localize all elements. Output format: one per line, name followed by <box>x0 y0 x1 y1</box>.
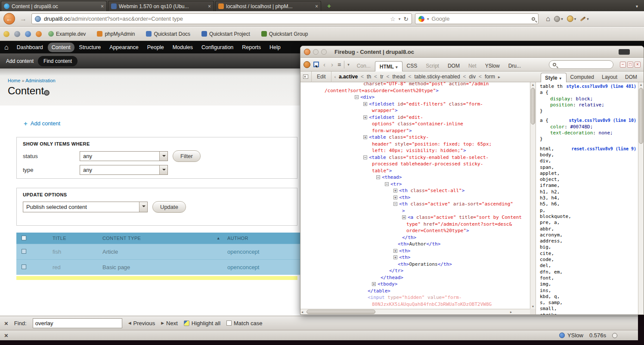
scroll-up-icon[interactable]: ▴ <box>530 83 536 87</box>
toolbar-item-help[interactable]: Help <box>266 43 285 52</box>
side-tab-dom[interactable]: DOM <box>621 72 641 82</box>
type-select[interactable]: any <box>80 165 168 175</box>
highlight-all-button[interactable]: Highlight all <box>184 320 220 326</box>
forward-button[interactable]: → <box>18 15 28 23</box>
crumb-scroll-right-icon[interactable]: ▸ <box>498 75 500 79</box>
code-line[interactable]: type" href="/admin/content?sort=desc& <box>307 221 530 228</box>
bookmark-item[interactable]: phpMyAdmin <box>95 30 136 38</box>
list-all-tabs-icon[interactable]: ▾ <box>636 4 638 9</box>
scroll-left-icon[interactable]: ◂ <box>301 310 303 314</box>
expand-icon[interactable]: + <box>363 135 367 139</box>
css-selector[interactable]: abbr, <box>540 226 636 232</box>
scrollbar-thumb[interactable] <box>639 88 643 144</box>
code-line[interactable]: </table> <box>307 288 530 295</box>
find-next-button[interactable]: ▶Next <box>161 320 178 326</box>
css-selector[interactable]: span, <box>540 165 636 171</box>
css-selector[interactable]: small, <box>540 306 636 312</box>
header-author[interactable]: AUTHOR <box>224 236 300 241</box>
expand-icon[interactable]: + <box>372 282 376 286</box>
scroll-right-icon[interactable]: ▸ <box>510 310 512 314</box>
scrollbar-thumb[interactable] <box>531 88 535 124</box>
code-line[interactable]: <input type="hidden" value="form- <box>307 294 530 301</box>
update-button[interactable]: Update <box>152 201 186 213</box>
row-checkbox[interactable] <box>22 249 26 254</box>
firebug-close-icon[interactable]: × <box>635 62 641 68</box>
cell-author-link[interactable]: openconcept <box>224 264 300 270</box>
bookmark-star-icon[interactable]: ☆ <box>390 16 396 22</box>
expand-icon[interactable]: + <box>363 115 367 119</box>
css-property[interactable]: text-decoration: none; <box>540 130 636 136</box>
expand-icon[interactable]: + <box>393 189 397 193</box>
find-previous-button[interactable]: ◀Previous <box>128 320 155 326</box>
expand-icon[interactable]: + <box>402 215 406 219</box>
table-row[interactable]: red Basic page openconcept <box>16 259 300 275</box>
css-selector[interactable]: h5, h6, <box>540 201 636 207</box>
search-engine-dropdown-icon[interactable]: ▾ <box>427 17 429 21</box>
collapse-icon[interactable]: − <box>376 175 380 179</box>
css-selector[interactable]: code, <box>540 257 636 263</box>
css-selector[interactable]: del, <box>540 263 636 269</box>
tab-close-icon[interactable]: × <box>315 3 318 9</box>
css-selector[interactable]: h1, h2, <box>540 189 636 195</box>
addon-yellow-icon[interactable] <box>3 31 9 37</box>
code-line[interactable]: −<th class="active" aria-sort="ascending… <box>307 201 530 208</box>
home-icon[interactable]: ⌂ <box>546 15 550 23</box>
code-line[interactable]: </th> <box>307 234 530 241</box>
firebug-tab-css[interactable]: CSS <box>402 61 422 71</box>
code-line[interactable]: +<table class="sticky- <box>307 134 530 141</box>
new-tab-button[interactable]: + <box>325 2 333 10</box>
greasemonkey-icon[interactable] <box>567 16 573 22</box>
css-file-link[interactable]: reset.css?luv8v9 (line 9) <box>571 146 636 152</box>
toolbar-item-people[interactable]: People <box>143 43 168 52</box>
firebug-tab-net[interactable]: Net <box>464 61 481 71</box>
greasemonkey-caret-icon[interactable]: ▾ <box>574 17 576 21</box>
url-bar[interactable]: drupal8.oc/admin/content?sort=asc&order=… <box>31 13 412 24</box>
expand-icon[interactable]: + <box>393 249 397 253</box>
code-line[interactable]: table"> <box>307 168 530 174</box>
css-selector[interactable]: blockquote, <box>540 214 636 220</box>
code-line[interactable]: header" style="position: fixed; top: 65p… <box>307 141 530 148</box>
code-line[interactable]: +<fieldset id="edit-filters" class="form… <box>307 101 530 108</box>
toolbar-item-appearance[interactable]: Appearance <box>105 43 142 52</box>
code-line[interactable]: > <box>307 208 530 214</box>
css-property[interactable]: display: block; <box>540 96 636 102</box>
code-line[interactable]: +<th> <box>307 194 530 201</box>
css-selector[interactable]: pre, a, <box>540 220 636 226</box>
bookmark-item[interactable]: Example.dev <box>46 30 87 38</box>
globe-icon[interactable] <box>25 31 31 37</box>
code-line[interactable]: /content?sort=asc&order=Content%20type"> <box>307 87 530 94</box>
html-horizontal-scrollbar[interactable]: ◂ ▸ <box>300 309 530 314</box>
code-line[interactable]: <th>Operations</th> <box>307 261 530 268</box>
toolbar-item-configuration[interactable]: Configuration <box>198 43 237 52</box>
firebug-tab-dru[interactable]: Dru... <box>504 61 525 71</box>
panel-menu-icon[interactable]: ≡ <box>337 61 341 68</box>
path-item[interactable]: div <box>469 74 476 80</box>
sort-ascending-icon[interactable]: ▲ <box>217 236 220 240</box>
update-select[interactable]: Publish selected content <box>23 202 148 212</box>
css-selector[interactable]: big, <box>540 244 636 250</box>
browser-tab-webmin[interactable]: Webmin 1.570 on qs10 (Ubu... × <box>108 1 214 11</box>
tab-close-icon[interactable]: × <box>101 3 104 9</box>
code-line[interactable]: processed tableheader-processed sticky- <box>307 161 530 168</box>
css-file-link[interactable]: style.css?luv8v9 (line 10) <box>569 118 636 124</box>
css-selector[interactable]: ins, <box>540 288 636 294</box>
code-line[interactable]: −<tr> <box>307 181 530 188</box>
firebug-search-input[interactable] <box>558 62 610 68</box>
toolbar-item-reports[interactable]: Reports <box>238 43 265 52</box>
add-content-link[interactable]: + Add content <box>24 120 60 127</box>
inspect-element-icon[interactable] <box>313 62 319 67</box>
firebug-tab-dom[interactable]: DOM <box>443 61 464 71</box>
select-all-checkbox[interactable] <box>22 236 26 240</box>
css-selector[interactable]: strike, <box>540 312 636 314</box>
code-line[interactable]: </tr> <box>307 267 530 274</box>
browser-tab-content[interactable]: Content | drupal8.oc × <box>1 1 107 11</box>
firebug-detach-icon[interactable]: □ <box>627 62 633 68</box>
breadcrumb-admin-link[interactable]: Administration <box>25 78 56 83</box>
css-selector[interactable]: acronym, <box>540 232 636 238</box>
window-close-icon[interactable] <box>304 49 310 55</box>
window-minimize-icon[interactable] <box>313 49 319 55</box>
collapse-icon[interactable]: − <box>385 182 389 186</box>
code-line[interactable]: +<tbody> <box>307 281 530 288</box>
addon-orb-caret-icon[interactable]: ▾ <box>561 17 563 21</box>
shortcut-add-content[interactable]: Add content <box>6 58 34 64</box>
